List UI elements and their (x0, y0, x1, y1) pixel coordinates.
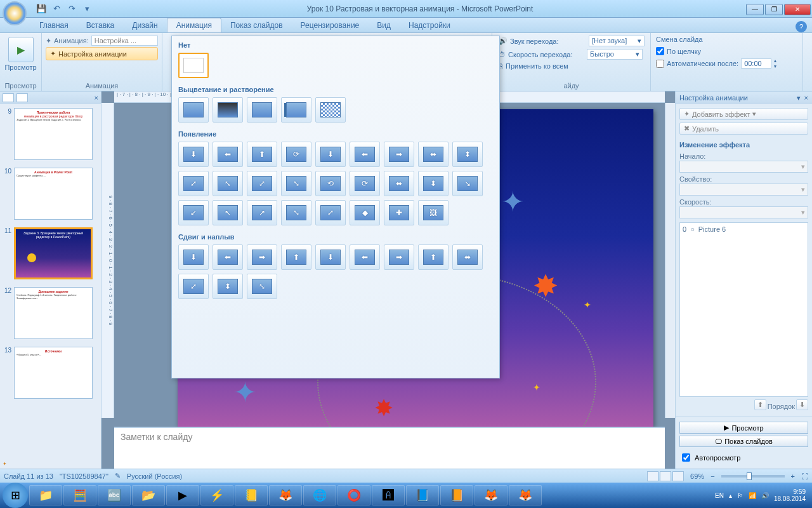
transition-fade-4[interactable] (281, 97, 311, 123)
fit-button[interactable]: ⛶ (801, 472, 808, 480)
transition-push-1[interactable]: ⬅ (213, 244, 243, 270)
help-icon[interactable]: ? (796, 21, 807, 32)
taskbar-app[interactable]: 🌐 (303, 485, 336, 505)
transition-appear-15[interactable]: ⬌ (384, 171, 414, 196)
sorter-view-button[interactable] (660, 471, 671, 481)
sound-select[interactable]: [Нет звука]▾ (589, 36, 645, 46)
preview-icon[interactable]: ▶ (8, 37, 34, 62)
taskbar-app[interactable]: 🅰 (372, 485, 405, 505)
taskbar-app[interactable]: 🧮 (63, 485, 96, 505)
slide-thumbnail[interactable]: Домашнее заданиеУчебник. Параграф 1.4 чи… (14, 287, 93, 339)
transition-appear-5[interactable]: ⬅ (350, 142, 380, 167)
speed-select-tp[interactable]: ▾ (679, 206, 808, 218)
tab-animation[interactable]: Анимация (167, 18, 221, 32)
transition-push-11[interactable]: ⤡ (247, 274, 277, 299)
on-click-checkbox[interactable] (656, 47, 664, 55)
effect-list[interactable]: 0 ○ Picture 6 (679, 222, 808, 397)
auto-after-time[interactable]: 00:00 (741, 58, 771, 69)
transition-appear-18[interactable]: ↙ (178, 200, 209, 225)
animation-dropdown[interactable]: Настройка ... (91, 36, 158, 46)
transition-appear-24[interactable]: ✚ (384, 200, 414, 225)
taskpane-dropdown-icon[interactable]: ▾ (797, 94, 801, 102)
qat-dropdown-icon[interactable]: ▾ (80, 2, 94, 16)
taskbar-app[interactable]: 🦊 (269, 485, 302, 505)
taskpane-close-icon[interactable]: × (804, 94, 808, 102)
normal-view-button[interactable] (647, 471, 658, 481)
transition-none[interactable] (178, 53, 209, 78)
zoom-level[interactable]: 69% (690, 472, 704, 480)
office-button[interactable] (3, 1, 27, 25)
slideshow-button[interactable]: 🖵 Показ слайдов (679, 436, 808, 447)
close-button[interactable]: ✕ (784, 4, 811, 15)
add-effect-button[interactable]: ✦ Добавить эффект ▾ (679, 108, 808, 120)
transition-dissolve[interactable] (315, 97, 346, 123)
taskbar-app[interactable]: 🔤 (98, 485, 131, 505)
taskbar-app[interactable]: 📘 (406, 485, 439, 505)
undo-icon[interactable]: ↶ (49, 2, 63, 16)
transition-push-3[interactable]: ⬆ (281, 244, 311, 270)
remove-effect-button[interactable]: ✖ Удалить (679, 123, 808, 135)
slide-thumbnail[interactable]: Практическая работаАнимация в растровом … (14, 108, 93, 160)
language[interactable]: Русский (Россия) (127, 472, 182, 480)
transition-appear-10[interactable]: ⤡ (213, 171, 243, 196)
tray-volume-icon[interactable]: 🔊 (761, 492, 769, 499)
taskbar-app[interactable]: ⚡ (200, 485, 233, 505)
transition-appear-9[interactable]: ⤢ (178, 171, 209, 196)
transition-appear-25[interactable]: 🖼 (418, 200, 449, 225)
tab-design[interactable]: Дизайн (123, 18, 166, 32)
tray-clock[interactable]: 9:59 18.08.2014 (774, 488, 806, 502)
slide-thumbnail[interactable]: Источники«Уроки в 5 классе»... (14, 347, 93, 399)
tab-review[interactable]: Рецензирование (292, 18, 369, 32)
transition-fade-3[interactable] (247, 97, 277, 123)
transition-appear-23[interactable]: ◆ (350, 200, 380, 225)
tray-network-icon[interactable]: 📶 (749, 492, 756, 499)
outline-tab[interactable] (16, 93, 28, 102)
transition-appear-20[interactable]: ↗ (247, 200, 277, 225)
taskbar-app[interactable]: ⭕ (337, 485, 370, 505)
start-button[interactable]: ⊞ (3, 483, 28, 508)
transition-fade-1[interactable] (178, 97, 209, 123)
taskbar-app[interactable]: 🦊 (475, 485, 508, 505)
tab-insert[interactable]: Вставка (77, 18, 124, 32)
slideshow-view-button[interactable] (672, 471, 684, 481)
vertical-scrollbar[interactable] (665, 103, 675, 418)
transition-push-5[interactable]: ⬅ (350, 244, 380, 270)
transition-appear-13[interactable]: ⟲ (315, 171, 346, 196)
transition-push-6[interactable]: ➡ (384, 244, 414, 270)
taskbar-app[interactable]: ▶ (166, 485, 199, 505)
transition-push-9[interactable]: ⤢ (178, 274, 209, 299)
zoom-slider[interactable] (721, 475, 785, 478)
tray-lang[interactable]: EN (715, 492, 724, 499)
taskbar-app[interactable]: 📁 (29, 485, 62, 505)
redo-icon[interactable]: ↷ (65, 2, 79, 16)
tab-view[interactable]: Вид (368, 18, 400, 32)
start-select[interactable]: ▾ (679, 161, 808, 173)
auto-after-checkbox[interactable] (656, 60, 664, 68)
speed-select[interactable]: Быстро▾ (587, 49, 643, 60)
zoom-out-button[interactable]: − (710, 472, 714, 480)
reorder-up-button[interactable]: ⬆ (754, 399, 766, 410)
property-select[interactable]: ▾ (679, 184, 808, 196)
transition-appear-17[interactable]: ↘ (452, 171, 483, 196)
taskbar-app[interactable]: 📙 (440, 485, 473, 505)
taskbar-app[interactable]: 🦊 (509, 485, 542, 505)
slide-thumbnail[interactable]: Задание 3. Вращение земли (векторный ред… (14, 227, 93, 279)
star-shape[interactable]: ✦ (233, 376, 257, 408)
transition-appear-3[interactable]: ⟳ (281, 142, 311, 167)
tray-up-icon[interactable]: ▴ (729, 492, 732, 499)
tray-flag-icon[interactable]: 🏳 (737, 492, 743, 499)
slide-thumbnail[interactable]: Анимация в Power PointСуществуют эффекты… (14, 168, 93, 220)
zoom-in-button[interactable]: + (791, 472, 795, 480)
panel-close-icon[interactable]: × (95, 94, 98, 102)
transition-appear-22[interactable]: ⤢ (315, 200, 346, 225)
tab-addins[interactable]: Надстройки (400, 18, 459, 32)
save-icon[interactable]: 💾 (34, 2, 48, 16)
reorder-down-button[interactable]: ⬇ (796, 399, 808, 410)
preview-button[interactable]: ▶ Просмотр (679, 422, 808, 434)
transition-appear-7[interactable]: ⬌ (418, 142, 449, 167)
transition-appear-14[interactable]: ⟳ (350, 171, 380, 196)
burst-shape[interactable]: ✸ (374, 395, 393, 422)
notes-area[interactable]: Заметки к слайду (114, 427, 665, 469)
tab-slideshow[interactable]: Показ слайдов (221, 18, 292, 32)
transition-appear-4[interactable]: ⬇ (315, 142, 346, 167)
